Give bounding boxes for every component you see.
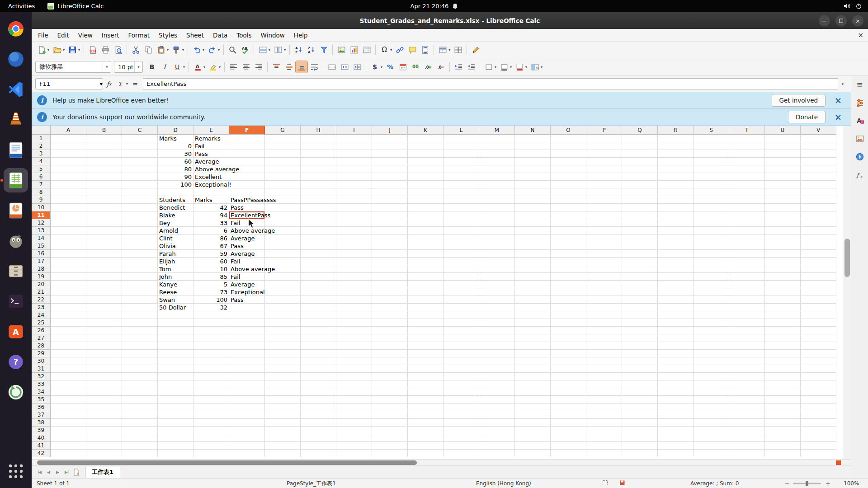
firefox-dock-icon[interactable] [4, 47, 28, 71]
cell-T13[interactable] [729, 227, 765, 235]
cell-C1[interactable] [122, 135, 158, 142]
cell-E18[interactable]: 10 [193, 265, 229, 273]
cell-L29[interactable] [443, 350, 479, 357]
cell-K15[interactable] [408, 242, 443, 250]
cell-M23[interactable] [479, 304, 515, 311]
cell-F18[interactable]: Above average [229, 265, 265, 273]
cell-A2[interactable] [51, 142, 86, 150]
cell-K34[interactable] [408, 388, 443, 396]
cell-K36[interactable] [408, 404, 443, 411]
cell-V16[interactable] [801, 250, 836, 258]
cell-B22[interactable] [86, 296, 122, 304]
cell-H23[interactable] [301, 304, 336, 311]
cell-E4[interactable]: Average [193, 158, 229, 165]
cell-V25[interactable] [801, 319, 836, 327]
cell-J37[interactable] [372, 411, 408, 419]
cell-G21[interactable] [265, 288, 301, 296]
cell-H15[interactable] [301, 242, 336, 250]
cell-I31[interactable] [336, 365, 372, 373]
cell-Q32[interactable] [622, 373, 658, 380]
increase-indent-button[interactable] [453, 61, 464, 73]
cell-H25[interactable] [301, 319, 336, 327]
cell-C42[interactable] [122, 450, 158, 457]
cell-V6[interactable] [801, 173, 836, 181]
cell-S9[interactable] [693, 196, 729, 204]
cell-T42[interactable] [729, 450, 765, 457]
cell-L27[interactable] [443, 334, 479, 342]
cell-N14[interactable] [515, 235, 551, 242]
row-header-31[interactable]: 31 [32, 365, 51, 373]
cell-V17[interactable] [801, 258, 836, 265]
last-sheet-button[interactable]: ▶| [62, 468, 71, 477]
cell-K32[interactable] [408, 373, 443, 380]
cell-T6[interactable] [729, 173, 765, 181]
cell-N6[interactable] [515, 173, 551, 181]
cell-H34[interactable] [301, 388, 336, 396]
cell-M34[interactable] [479, 388, 515, 396]
cell-K25[interactable] [408, 319, 443, 327]
cell-C31[interactable] [122, 365, 158, 373]
cell-U42[interactable] [765, 450, 801, 457]
cell-V3[interactable] [801, 150, 836, 158]
row-header-23[interactable]: 23 [32, 304, 51, 311]
cell-I11[interactable] [336, 211, 372, 219]
cell-V19[interactable] [801, 273, 836, 281]
cell-U7[interactable] [765, 181, 801, 188]
cell-L10[interactable] [443, 204, 479, 211]
cut-button[interactable] [130, 44, 142, 56]
cell-K41[interactable] [408, 442, 443, 450]
column-header-P[interactable]: P [586, 126, 622, 135]
cell-O26[interactable] [551, 327, 586, 334]
cell-D11[interactable]: Blake [158, 211, 193, 219]
row-header-27[interactable]: 27 [32, 334, 51, 342]
cell-Q33[interactable] [622, 380, 658, 388]
cell-O27[interactable] [551, 334, 586, 342]
cell-T40[interactable] [729, 434, 765, 442]
zoom-out-button[interactable]: − [785, 480, 790, 487]
cell-H10[interactable] [301, 204, 336, 211]
cell-D1[interactable]: Marks [158, 135, 193, 142]
cell-L41[interactable] [443, 442, 479, 450]
cell-C17[interactable] [122, 258, 158, 265]
cell-M27[interactable] [479, 334, 515, 342]
cell-I4[interactable] [336, 158, 372, 165]
cell-L3[interactable] [443, 150, 479, 158]
cell-L5[interactable] [443, 165, 479, 173]
libreoffice-impress-dock-icon[interactable] [4, 198, 28, 223]
cell-Q26[interactable] [622, 327, 658, 334]
cell-H21[interactable] [301, 288, 336, 296]
cell-M4[interactable] [479, 158, 515, 165]
save-button[interactable] [66, 44, 78, 56]
get-involved-button[interactable]: Get involved [772, 94, 826, 107]
cell-Q24[interactable] [622, 311, 658, 319]
cell-H39[interactable] [301, 427, 336, 434]
cell-D35[interactable] [158, 396, 193, 404]
cell-V5[interactable] [801, 165, 836, 173]
font-color-dropdown[interactable]: ▾ [203, 65, 205, 69]
cell-E39[interactable] [193, 427, 229, 434]
cell-B39[interactable] [86, 427, 122, 434]
cell-H26[interactable] [301, 327, 336, 334]
cell-D33[interactable] [158, 380, 193, 388]
cell-G29[interactable] [265, 350, 301, 357]
row-header-14[interactable]: 14 [32, 235, 51, 242]
cell-A6[interactable] [51, 173, 86, 181]
cell-Q17[interactable] [622, 258, 658, 265]
libreoffice-calc-dock-icon[interactable] [4, 168, 28, 192]
cell-S33[interactable] [693, 380, 729, 388]
cell-G1[interactable] [265, 135, 301, 142]
cell-E11[interactable]: 94 [193, 211, 229, 219]
cell-N7[interactable] [515, 181, 551, 188]
cell-Q1[interactable] [622, 135, 658, 142]
cell-H31[interactable] [301, 365, 336, 373]
selection-mode-icon[interactable] [602, 480, 608, 487]
cell-J14[interactable] [372, 235, 408, 242]
cell-J16[interactable] [372, 250, 408, 258]
merge-and-center-cells-button[interactable] [326, 61, 338, 73]
unmerge-cells-button[interactable] [351, 61, 363, 73]
cell-M35[interactable] [479, 396, 515, 404]
cell-I37[interactable] [336, 411, 372, 419]
cell-H6[interactable] [301, 173, 336, 181]
cell-R20[interactable] [658, 281, 693, 288]
cell-M10[interactable] [479, 204, 515, 211]
